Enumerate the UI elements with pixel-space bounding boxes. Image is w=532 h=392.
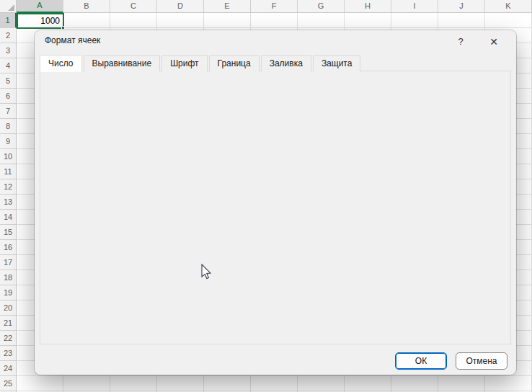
column-header-G[interactable]: G bbox=[298, 0, 345, 13]
row-header-25[interactable]: 25 bbox=[0, 376, 17, 391]
ok-button[interactable]: ОК bbox=[395, 352, 447, 370]
row-header-9[interactable]: 9 bbox=[0, 134, 17, 149]
dialog-title: Формат ячеек bbox=[45, 35, 100, 45]
row-header-7[interactable]: 7 bbox=[0, 104, 17, 119]
select-all-corner[interactable] bbox=[0, 0, 17, 13]
row-header-15[interactable]: 15 bbox=[0, 225, 17, 240]
tab-Граница[interactable]: Граница bbox=[209, 55, 260, 71]
dialog-tabs: ЧислоВыравниваниеШрифтГраницаЗаливкаЗащи… bbox=[40, 55, 362, 71]
row-header-1[interactable]: 1 bbox=[0, 13, 17, 28]
row-headers: 1234567891011121314151617181920212223242… bbox=[0, 13, 17, 392]
column-header-I[interactable]: I bbox=[391, 0, 438, 13]
column-header-C[interactable]: C bbox=[110, 0, 157, 13]
column-header-A[interactable]: A bbox=[17, 0, 63, 13]
select-all-triangle-icon bbox=[8, 4, 14, 11]
column-header-H[interactable]: H bbox=[345, 0, 391, 13]
row-header-12[interactable]: 12 bbox=[0, 179, 17, 195]
row-header-21[interactable]: 21 bbox=[0, 316, 17, 331]
row-header-3[interactable]: 3 bbox=[0, 43, 17, 58]
cell-A1-value: 1000 bbox=[40, 16, 60, 26]
row-header-5[interactable]: 5 bbox=[0, 74, 17, 89]
mouse-cursor-icon bbox=[200, 264, 212, 281]
cancel-button[interactable]: Отмена bbox=[456, 352, 507, 370]
row-header-14[interactable]: 14 bbox=[0, 210, 17, 225]
row-header-6[interactable]: 6 bbox=[0, 89, 17, 104]
row-header-10[interactable]: 10 bbox=[0, 149, 17, 164]
column-header-B[interactable]: B bbox=[63, 0, 110, 13]
help-button[interactable]: ? bbox=[451, 34, 470, 50]
row-header-4[interactable]: 4 bbox=[0, 58, 17, 74]
row-header-16[interactable]: 16 bbox=[0, 240, 17, 255]
row-header-19[interactable]: 19 bbox=[0, 285, 17, 300]
column-headers: ABCDEFGHIJK bbox=[17, 0, 532, 13]
row-header-17[interactable]: 17 bbox=[0, 255, 17, 270]
close-icon[interactable]: ✕ bbox=[484, 34, 503, 50]
row-header-2[interactable]: 2 bbox=[0, 28, 17, 43]
format-cells-dialog: Формат ячеек ? ✕ ЧислоВыравниваниеШрифтГ… bbox=[35, 30, 516, 375]
cell-A1[interactable]: 1000 bbox=[17, 13, 64, 29]
fill-handle[interactable] bbox=[61, 26, 65, 30]
row-header-20[interactable]: 20 bbox=[0, 300, 17, 316]
tab-Шрифт[interactable]: Шрифт bbox=[161, 55, 207, 71]
number-tab-page bbox=[40, 71, 511, 344]
row-header-11[interactable]: 11 bbox=[0, 164, 17, 179]
row-header-24[interactable]: 24 bbox=[0, 361, 17, 376]
tab-Защита[interactable]: Защита bbox=[313, 55, 361, 71]
column-header-F[interactable]: F bbox=[251, 0, 298, 13]
tab-Число[interactable]: Число bbox=[40, 55, 82, 72]
column-header-J[interactable]: J bbox=[438, 0, 485, 13]
column-header-K[interactable]: K bbox=[485, 0, 532, 13]
column-header-E[interactable]: E bbox=[204, 0, 251, 13]
row-header-13[interactable]: 13 bbox=[0, 195, 17, 210]
row-header-18[interactable]: 18 bbox=[0, 270, 17, 285]
row-header-8[interactable]: 8 bbox=[0, 119, 17, 134]
row-header-23[interactable]: 23 bbox=[0, 346, 17, 361]
row-header-22[interactable]: 22 bbox=[0, 331, 17, 346]
tab-Выравнивание[interactable]: Выравнивание bbox=[84, 55, 161, 71]
tab-Заливка[interactable]: Заливка bbox=[261, 55, 311, 71]
column-header-D[interactable]: D bbox=[157, 0, 204, 13]
